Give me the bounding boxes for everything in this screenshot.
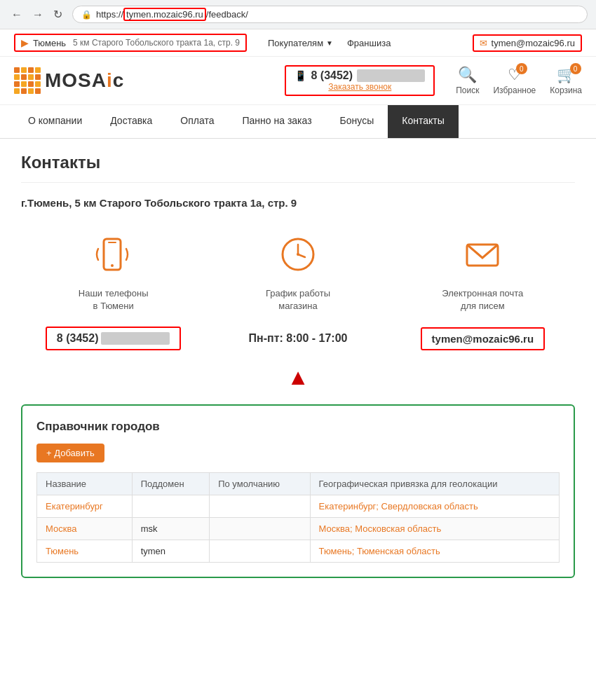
url-prefix: https:// [96, 9, 123, 20]
table-row: МоскваmskМосква; Московская область [37, 518, 560, 540]
table-header-cell: Название [37, 473, 133, 495]
phone-box: 8 (3452) ███-██-██ [46, 327, 182, 350]
address-bar[interactable]: 🔒 https://tymen.mozaic96.ru/feedback/ [72, 6, 588, 23]
city-selector[interactable]: ▶ Тюмень 5 км Старого Тобольского тракта… [14, 34, 247, 52]
clock-icon-wrap [273, 230, 323, 279]
topbar-links: Покупателям ▼ Франшиза [268, 38, 391, 48]
search-action[interactable]: 🔍 Поиск [456, 66, 479, 95]
logo-grid-cell [14, 81, 20, 87]
phone-vibrate-icon [94, 235, 133, 274]
city-geo-cell: Москва; Московская область [310, 518, 559, 540]
refresh-button[interactable]: ↻ [50, 6, 65, 22]
city-subdomain-cell: tymen [132, 540, 210, 563]
nav-bar: О компанииДоставкаОплатаПанно на заказБо… [0, 105, 596, 139]
topbar-email-address: tymen@mozaic96.ru [492, 38, 575, 48]
url-text: https://tymen.mozaic96.ru/feedback/ [96, 9, 578, 20]
phone-contact-item: Наши телефоныв Тюмени [21, 230, 205, 313]
nav-item-оплата[interactable]: Оплата [166, 105, 228, 138]
page-content: Контакты г.Тюмень, 5 км Старого Тобольск… [0, 139, 596, 606]
email-data-item: tymen@mozaic96.ru [391, 327, 575, 350]
city-default-cell [210, 540, 310, 563]
city-subdomain-cell [132, 495, 210, 518]
logo-grid-cell [35, 88, 41, 94]
table-body: ЕкатеринбургЕкатеринбург; Свердловская о… [37, 495, 560, 563]
buyers-link[interactable]: Покупателям ▼ [268, 38, 333, 48]
page-phone-blurred: ███-██-██ [101, 332, 170, 345]
cart-badge: 0 [570, 63, 581, 74]
phone-area: 📱 8 (3452) ███ ██-██ Заказать звонок [285, 65, 435, 96]
header: MOSAic 📱 8 (3452) ███ ██-██ Заказать зво… [0, 57, 596, 105]
nav-item-контакты[interactable]: Контакты [388, 105, 458, 138]
table-header-row: НазваниеПоддоменПо умолчаниюГеографическ… [37, 473, 560, 495]
logo-grid-cell [21, 74, 27, 80]
table-header-cell: По умолчанию [210, 473, 310, 495]
nav-buttons: ← → ↻ [8, 6, 65, 22]
browser-chrome: ← → ↻ 🔒 https://tymen.mozaic96.ru/feedba… [0, 0, 596, 29]
city-link[interactable]: Москва [46, 523, 76, 534]
logo-grid-cell [21, 88, 27, 94]
logo-i-letter: i [107, 69, 113, 91]
contacts-row: Наши телефоныв Тюмени График работымагаз… [21, 230, 575, 313]
city-name-cell: Тюмень [37, 540, 133, 563]
topbar-email[interactable]: ✉ tymen@mozaic96.ru [473, 34, 582, 52]
phone-blurred: ███ ██-██ [357, 69, 425, 82]
nav-item-о-компании[interactable]: О компании [14, 105, 96, 138]
chevron-down-icon: ▼ [326, 39, 333, 47]
back-button[interactable]: ← [8, 7, 25, 22]
header-actions: 🔍 Поиск ♡ 0 Избранное 🛒 0 Корзина [456, 66, 582, 95]
search-label: Поиск [456, 85, 479, 95]
phone-icon: 📱 [294, 70, 306, 81]
mail-icon [463, 235, 502, 274]
cart-action[interactable]: 🛒 0 Корзина [550, 66, 582, 95]
logo-grid-cell [28, 74, 34, 80]
favorites-action[interactable]: ♡ 0 Избранное [493, 66, 536, 95]
logo-grid-cell [28, 67, 34, 73]
logo-grid-cell [35, 67, 41, 73]
logo[interactable]: MOSAic [14, 67, 124, 94]
contact-data-row: 8 (3452) ███-██-██ Пн-пт: 8:00 - 17:00 t… [21, 327, 575, 350]
lock-icon: 🔒 [81, 10, 92, 20]
cities-table: НазваниеПоддоменПо умолчаниюГеографическ… [36, 472, 560, 563]
heart-icon: ♡ 0 [508, 66, 522, 84]
city-geo-cell: Екатеринбург; Свердловская область [310, 495, 559, 518]
city-geo-cell: Тюмень; Тюменская область [310, 540, 559, 563]
city-name-cell: Москва [37, 518, 133, 540]
cart-label: Корзина [550, 85, 582, 95]
clock-icon [278, 235, 318, 274]
forward-button[interactable]: → [29, 7, 46, 22]
logo-grid-cell [28, 88, 34, 94]
hours-text: Пн-пт: 8:00 - 17:00 [249, 332, 348, 345]
franchise-link[interactable]: Франшиза [347, 38, 391, 48]
logo-grid-cell [35, 74, 41, 80]
order-call-link[interactable]: Заказать звонок [294, 82, 425, 92]
hours-data-item: Пн-пт: 8:00 - 17:00 [205, 332, 390, 345]
favorites-badge: 0 [516, 63, 527, 74]
url-suffix: /feedback/ [206, 9, 248, 20]
add-city-button[interactable]: + Добавить [36, 444, 104, 462]
red-arrow: ▲ [21, 364, 575, 390]
email-box: tymen@mozaic96.ru [421, 327, 546, 350]
nav-item-доставка[interactable]: Доставка [96, 105, 166, 138]
phone-icon-label: Наши телефоныв Тюмени [79, 287, 149, 313]
city-name-cell: Екатеринбург [37, 495, 133, 518]
city-subdomain-cell: msk [132, 518, 210, 540]
address-info: г.Тюмень, 5 км Старого Тобольского тракт… [21, 197, 575, 209]
mail-contact-item: Электронная почтадля писем [391, 230, 575, 313]
city-link[interactable]: Тюмень [46, 546, 79, 556]
location-icon: ▶ [21, 37, 29, 48]
svg-point-2 [111, 264, 114, 267]
logo-grid-cell [21, 67, 27, 73]
cart-icon: 🛒 0 [557, 66, 576, 84]
nav-item-бонусы[interactable]: Бонусы [326, 105, 388, 138]
logo-grid [14, 67, 41, 94]
city-default-cell [210, 495, 310, 518]
city-link[interactable]: Екатеринбург [46, 501, 103, 512]
phone-prefix: 8 (3452) [311, 69, 353, 82]
city-default-cell [210, 518, 310, 540]
svg-rect-1 [108, 242, 116, 243]
page-phone-prefix: 8 (3452) [57, 332, 99, 345]
search-icon: 🔍 [458, 66, 477, 84]
email-icon: ✉ [480, 38, 487, 48]
phone-number: 📱 8 (3452) ███ ██-██ [294, 69, 425, 82]
nav-item-панно-на-заказ[interactable]: Панно на заказ [229, 105, 326, 138]
